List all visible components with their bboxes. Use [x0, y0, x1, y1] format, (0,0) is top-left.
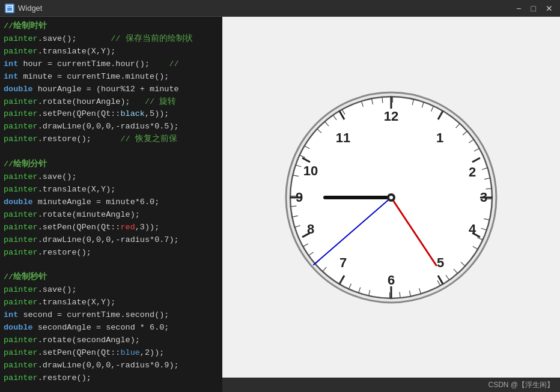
minimize-button[interactable]: − [514, 4, 523, 13]
code-line [0, 146, 222, 158]
maximize-button[interactable]: □ [529, 4, 538, 13]
code-line: painter.rotate(hourAngle); // 旋转 [0, 96, 222, 109]
svg-text:8: 8 [307, 222, 314, 237]
code-line: int second = currentTime.second(); [0, 309, 222, 322]
code-line: painter.rotate(minuteAngle); [0, 209, 222, 222]
code-panel: //绘制时针 painter.save(); // 保存当前的绘制状 paint… [0, 17, 222, 392]
svg-text:1: 1 [436, 130, 443, 145]
code-line: int hour = currentTime.hour(); // [0, 58, 222, 71]
section-hour-label: //绘制时针 [0, 20, 222, 33]
title-bar: Widget − □ ✕ [0, 0, 560, 17]
svg-text:3: 3 [480, 190, 487, 205]
code-line: painter.drawLine(0,0,0,-radius*0.7); [0, 234, 222, 247]
clock-container: 12 1 2 3 4 5 6 7 8 9 10 11 [277, 83, 505, 312]
svg-text:5: 5 [437, 255, 444, 270]
svg-rect-0 [7, 5, 13, 11]
code-line: painter.save(); [0, 171, 222, 184]
main-content: //绘制时针 painter.save(); // 保存当前的绘制状 paint… [0, 17, 560, 392]
clock-svg: 12 1 2 3 4 5 6 7 8 9 10 11 [277, 83, 505, 312]
title-bar-left: Widget [5, 4, 42, 13]
svg-text:11: 11 [336, 130, 350, 145]
code-line: int minute = currentTime.minute(); [0, 71, 222, 83]
code-line: painter.setPen(QPen(Qt::blue,2)); [0, 347, 222, 360]
code-line: double hourAngle = (hour%12 + minute [0, 83, 222, 96]
section-minute-label: //绘制分针 [0, 158, 222, 171]
code-line: painter.translate(X,Y); [0, 297, 222, 309]
clock-area: 12 1 2 3 4 5 6 7 8 9 10 11 [222, 17, 560, 378]
section-second-label: //绘制秒针 [0, 271, 222, 284]
svg-text:12: 12 [384, 109, 398, 124]
code-line: painter.save(); [0, 284, 222, 297]
status-text: CSDN @【浮生闲】 [488, 380, 554, 390]
svg-text:4: 4 [469, 222, 476, 237]
svg-text:6: 6 [388, 273, 395, 288]
svg-point-80 [389, 196, 393, 199]
app-icon [5, 4, 14, 13]
code-line: painter.restore(); // 恢复之前保 [0, 133, 222, 146]
code-line: painter.translate(X,Y); [0, 46, 222, 58]
code-line: painter.setPen(QPen(Qt::black,5)); [0, 108, 222, 121]
widget-panel: 12 1 2 3 4 5 6 7 8 9 10 11 [222, 17, 560, 392]
code-line: double minuteAngle = minute*6.0; [0, 196, 222, 209]
close-button[interactable]: ✕ [543, 4, 555, 13]
svg-text:2: 2 [469, 164, 476, 179]
svg-text:10: 10 [303, 163, 318, 178]
window-title: Widget [18, 4, 42, 13]
code-line: painter.save(); // 保存当前的绘制状 [0, 33, 222, 46]
window-controls: − □ ✕ [514, 4, 555, 13]
code-line: painter.drawLine(0,0,0,-radius*0.5); [0, 121, 222, 133]
code-line: painter.restore(); [0, 247, 222, 259]
code-line: painter.rotate(secondAngle); [0, 334, 222, 347]
code-line: double secondAngle = second * 6.0; [0, 322, 222, 334]
svg-text:9: 9 [296, 190, 303, 205]
svg-text:7: 7 [339, 255, 347, 270]
code-line: painter.restore(); [0, 372, 222, 385]
code-line: painter.setPen(QPen(Qt::red,3)); [0, 222, 222, 234]
code-line [0, 259, 222, 272]
code-line: painter.drawLine(0,0,0,-radius*0.9); [0, 360, 222, 372]
code-line: painter.translate(X,Y); [0, 184, 222, 196]
status-bar: CSDN @【浮生闲】 [222, 378, 560, 392]
